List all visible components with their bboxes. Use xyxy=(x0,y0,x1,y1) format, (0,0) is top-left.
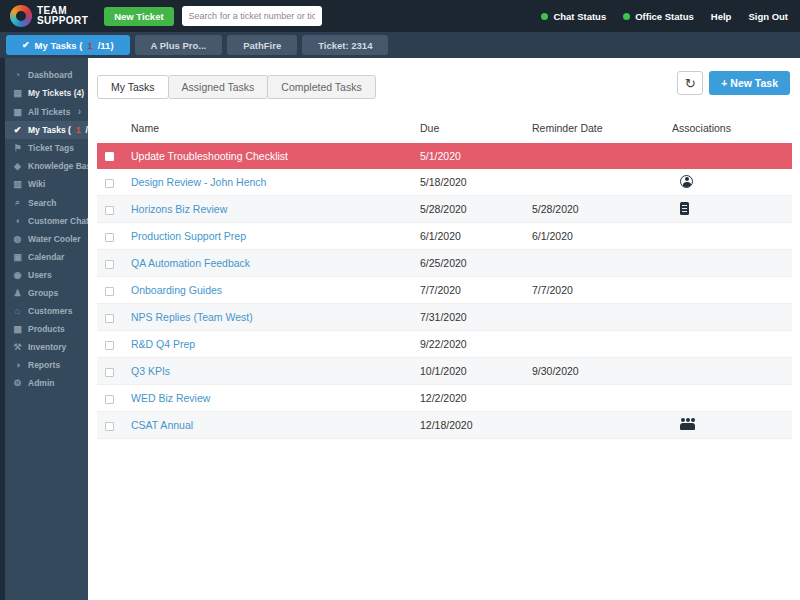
sidebar-item-users[interactable]: ◉Users xyxy=(5,266,88,284)
tab-assigned-tasks[interactable]: Assigned Tasks xyxy=(168,75,269,99)
ticket-tab[interactable]: Ticket: 2314 xyxy=(302,35,388,55)
sidebar-item-water-cooler[interactable]: ◍Water Cooler xyxy=(5,230,88,248)
task-checkbox[interactable] xyxy=(105,341,114,350)
table-row[interactable]: NPS Replies (Team West) 7/31/2020 xyxy=(97,304,792,331)
sidebar-item-customer-chat[interactable]: ◖Customer Chat xyxy=(5,212,88,230)
new-ticket-button[interactable]: New Ticket xyxy=(104,7,173,26)
task-checkbox[interactable] xyxy=(105,260,114,269)
sidebar-item-dashboard[interactable]: ◔Dashboard xyxy=(5,66,88,84)
ticket-association-icon[interactable] xyxy=(680,202,689,215)
tab-my-tasks[interactable]: My Tasks xyxy=(97,75,169,99)
task-checkbox[interactable] xyxy=(105,395,114,404)
main-content: My Tasks Assigned Tasks Completed Tasks … xyxy=(88,58,800,600)
table-row[interactable]: Update Troubleshooting Checklist 5/1/202… xyxy=(97,143,792,169)
sidebar-item-my-tasks[interactable]: ✔My Tasks (1/11) xyxy=(5,121,88,139)
task-name-link[interactable]: Onboarding Guides xyxy=(131,284,420,296)
task-name-link[interactable]: NPS Replies (Team West) xyxy=(131,311,420,323)
task-due-date: 6/25/2020 xyxy=(420,257,532,269)
table-row[interactable]: Production Support Prep 6/1/2020 6/1/202… xyxy=(97,223,792,250)
groups-icon: ♟ xyxy=(12,288,23,298)
help-link[interactable]: Help xyxy=(711,11,732,22)
task-due-date: 5/1/2020 xyxy=(420,150,532,162)
sidebar-item-customers[interactable]: ⌂Customers xyxy=(5,302,88,320)
task-checkbox[interactable] xyxy=(105,206,114,215)
ticket-tab[interactable]: PathFire xyxy=(227,35,297,55)
task-checkbox[interactable] xyxy=(105,152,114,161)
refresh-button[interactable]: ↻ xyxy=(677,71,703,95)
group-association-icon[interactable] xyxy=(680,418,695,430)
task-name-link[interactable]: Update Troubleshooting Checklist xyxy=(131,150,420,162)
sidebar-item-label: Water Cooler xyxy=(28,234,81,244)
sidebar-item-search[interactable]: ⌕Search xyxy=(5,193,88,212)
sidebar-item-label: Customers xyxy=(28,306,72,316)
task-name-link[interactable]: CSAT Annual xyxy=(131,419,420,431)
task-name-link[interactable]: Production Support Prep xyxy=(131,230,420,242)
column-header-name: Name xyxy=(131,122,420,134)
sidebar-item-my-tickets[interactable]: ▤My Tickets (4) xyxy=(5,84,88,102)
sidebar-item-groups[interactable]: ♟Groups xyxy=(5,284,88,302)
task-name-link[interactable]: R&D Q4 Prep xyxy=(131,338,420,350)
customer-chat-icon: ◖ xyxy=(12,216,23,226)
table-row[interactable]: WED Biz Review 12/2/2020 xyxy=(97,385,792,412)
sidebar-item-admin[interactable]: ⚙Admin xyxy=(5,374,88,392)
ticket-tab[interactable]: A Plus Pro... xyxy=(135,35,223,55)
calendar-icon: ▣ xyxy=(12,252,23,262)
sidebar-item-products[interactable]: ▩Products xyxy=(5,320,88,338)
sidebar: ◔Dashboard ▤My Tickets (4) ▦All Tickets … xyxy=(0,58,88,600)
task-checkbox[interactable] xyxy=(105,233,114,242)
table-row[interactable]: Onboarding Guides 7/7/2020 7/7/2020 xyxy=(97,277,792,304)
sidebar-item-reports[interactable]: ◑Reports xyxy=(5,356,88,374)
sidebar-item-label: Calendar xyxy=(28,252,64,262)
task-name-link[interactable]: Design Review - John Hench xyxy=(131,176,420,188)
task-due-date: 7/7/2020 xyxy=(420,284,532,296)
task-due-date: 10/1/2020 xyxy=(420,365,532,377)
table-row[interactable]: Design Review - John Hench 5/18/2020 xyxy=(97,169,792,196)
task-checkbox[interactable] xyxy=(105,368,114,377)
teamsupport-logo: TEAM SUPPORT xyxy=(10,5,88,27)
sidebar-item-inventory[interactable]: ⚒Inventory xyxy=(5,338,88,356)
task-due-date: 7/31/2020 xyxy=(420,311,532,323)
sidebar-item-knowledge-base[interactable]: ◈Knowledge Base xyxy=(5,157,88,175)
table-row[interactable]: QA Automation Feedback 6/25/2020 xyxy=(97,250,792,277)
table-row[interactable]: Q3 KPIs 10/1/2020 9/30/2020 xyxy=(97,358,792,385)
ticket-search-input[interactable] xyxy=(182,6,322,26)
table-row[interactable]: CSAT Annual 12/18/2020 xyxy=(97,412,792,439)
task-name-link[interactable]: Q3 KPIs xyxy=(131,365,420,377)
dashboard-icon: ◔ xyxy=(12,70,23,80)
sidebar-item-label: Products xyxy=(28,324,65,334)
tab-completed-tasks[interactable]: Completed Tasks xyxy=(267,75,375,99)
task-checkbox[interactable] xyxy=(105,179,114,188)
task-checkbox[interactable] xyxy=(105,422,114,431)
task-due-date: 12/18/2020 xyxy=(420,419,532,431)
table-row[interactable]: R&D Q4 Prep 9/22/2020 xyxy=(97,331,792,358)
ticket-tab[interactable]: ✔My Tasks (1/11) xyxy=(6,35,130,55)
sidebar-item-label: Reports xyxy=(28,360,60,370)
sidebar-item-label: Customer Chat xyxy=(28,216,89,226)
task-name-link[interactable]: WED Biz Review xyxy=(131,392,420,404)
table-row[interactable]: Horizons Biz Review 5/28/2020 5/28/2020 xyxy=(97,196,792,223)
sidebar-item-label: Inventory xyxy=(28,342,66,352)
sidebar-item-all-tickets[interactable]: ▦All Tickets › xyxy=(5,102,88,121)
products-icon: ▩ xyxy=(12,324,23,334)
table-header: Name Due Reminder Date Associations xyxy=(97,115,792,143)
sidebar-item-wiki[interactable]: ▥Wiki xyxy=(5,175,88,193)
sidebar-item-label: Search xyxy=(28,198,56,208)
search-icon: ⌕ xyxy=(12,197,23,208)
chat-status[interactable]: Chat Status xyxy=(541,11,606,22)
task-name-link[interactable]: Horizons Biz Review xyxy=(131,203,420,215)
sign-out-link[interactable]: Sign Out xyxy=(748,11,788,22)
task-checkbox[interactable] xyxy=(105,287,114,296)
new-task-button[interactable]: + New Task xyxy=(709,71,790,95)
office-status[interactable]: Office Status xyxy=(623,11,694,22)
topbar-right-menu: Chat Status Office Status Help Sign Out xyxy=(541,11,788,22)
sidebar-item-ticket-tags[interactable]: ⚑Ticket Tags xyxy=(5,139,88,157)
task-table: Name Due Reminder Date Associations Upda… xyxy=(97,115,792,439)
user-association-icon[interactable] xyxy=(680,175,693,188)
sidebar-item-calendar[interactable]: ▣Calendar xyxy=(5,248,88,266)
task-name-link[interactable]: QA Automation Feedback xyxy=(131,257,420,269)
task-reminder-date: 9/30/2020 xyxy=(532,365,672,377)
customers-icon: ⌂ xyxy=(12,306,23,316)
task-checkbox[interactable] xyxy=(105,314,114,323)
task-due-date: 9/22/2020 xyxy=(420,338,532,350)
top-bar: TEAM SUPPORT New Ticket Chat Status Offi… xyxy=(0,0,800,32)
